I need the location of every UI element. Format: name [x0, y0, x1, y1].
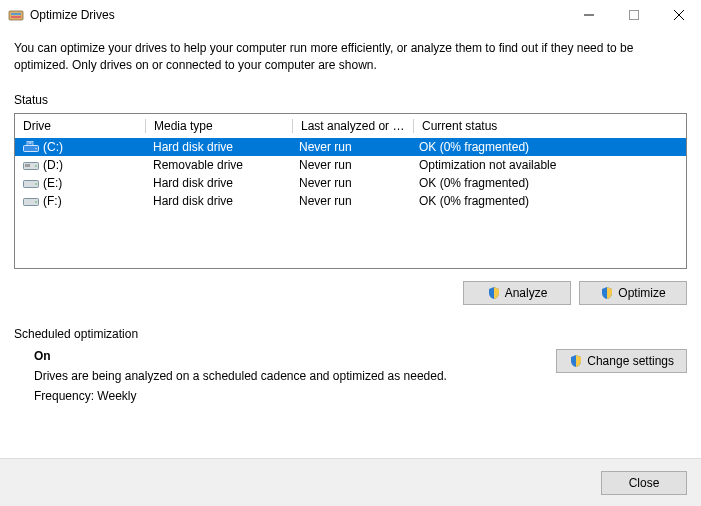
svg-rect-2 [11, 16, 21, 18]
drive-row[interactable]: (D:) Removable drive Never run Optimizat… [15, 156, 686, 174]
column-last[interactable]: Last analyzed or o... [293, 119, 413, 133]
column-status[interactable]: Current status [414, 119, 686, 133]
svg-rect-11 [25, 164, 30, 167]
drive-name: (D:) [43, 158, 63, 172]
os-drive-icon [23, 141, 39, 153]
drive-status: OK (0% fragmented) [411, 194, 686, 208]
drive-status: Optimization not available [411, 158, 686, 172]
drive-last: Never run [291, 158, 411, 172]
svg-point-16 [35, 201, 37, 203]
drive-media: Hard disk drive [145, 194, 291, 208]
drive-last: Never run [291, 176, 411, 190]
intro-text: You can optimize your drives to help you… [14, 40, 684, 75]
close-button[interactable]: Close [601, 471, 687, 495]
hdd-drive-icon [23, 177, 39, 189]
drive-name: (E:) [43, 176, 62, 190]
analyze-label: Analyze [505, 286, 548, 300]
shield-icon [569, 354, 583, 368]
optimize-button[interactable]: Optimize [579, 281, 687, 305]
scheduled-state: On [34, 349, 556, 363]
scheduled-frequency: Frequency: Weekly [34, 389, 556, 403]
content-area: You can optimize your drives to help you… [0, 30, 701, 409]
close-label: Close [629, 476, 660, 490]
drive-list-header: Drive Media type Last analyzed or o... C… [15, 114, 686, 138]
drive-row[interactable]: (E:) Hard disk drive Never run OK (0% fr… [15, 174, 686, 192]
drive-row[interactable]: (C:) Hard disk drive Never run OK (0% fr… [15, 138, 686, 156]
drive-name: (C:) [43, 140, 63, 154]
svg-rect-1 [11, 13, 21, 15]
svg-point-12 [35, 165, 37, 167]
drive-status: OK (0% fragmented) [411, 176, 686, 190]
scheduled-section: Scheduled optimization On Drives are bei… [14, 327, 687, 409]
app-icon [8, 7, 24, 23]
scheduled-desc: Drives are being analyzed on a scheduled… [34, 369, 556, 383]
drive-media: Hard disk drive [145, 176, 291, 190]
svg-rect-0 [9, 11, 23, 20]
window-controls [566, 0, 701, 29]
drive-status: OK (0% fragmented) [411, 140, 686, 154]
drive-row[interactable]: (F:) Hard disk drive Never run OK (0% fr… [15, 192, 686, 210]
svg-point-14 [35, 183, 37, 185]
drive-last: Never run [291, 140, 411, 154]
close-window-button[interactable] [656, 0, 701, 29]
shield-icon [487, 286, 501, 300]
column-media[interactable]: Media type [146, 119, 292, 133]
change-settings-label: Change settings [587, 354, 674, 368]
drive-list: Drive Media type Last analyzed or o... C… [14, 113, 687, 269]
status-label: Status [14, 93, 687, 107]
column-drive[interactable]: Drive [15, 119, 145, 133]
removable-drive-icon [23, 159, 39, 171]
optimize-label: Optimize [618, 286, 665, 300]
svg-point-8 [35, 147, 37, 149]
analyze-button[interactable]: Analyze [463, 281, 571, 305]
drive-last: Never run [291, 194, 411, 208]
hdd-drive-icon [23, 195, 39, 207]
drive-media: Removable drive [145, 158, 291, 172]
window-title: Optimize Drives [30, 8, 566, 22]
minimize-button[interactable] [566, 0, 611, 29]
change-settings-button[interactable]: Change settings [556, 349, 687, 373]
titlebar: Optimize Drives [0, 0, 701, 30]
shield-icon [600, 286, 614, 300]
svg-rect-4 [629, 10, 638, 19]
drive-media: Hard disk drive [145, 140, 291, 154]
action-buttons: Analyze Optimize [14, 281, 687, 305]
scheduled-label: Scheduled optimization [14, 327, 687, 341]
drive-name: (F:) [43, 194, 62, 208]
maximize-button[interactable] [611, 0, 656, 29]
footer: Close [0, 458, 701, 506]
